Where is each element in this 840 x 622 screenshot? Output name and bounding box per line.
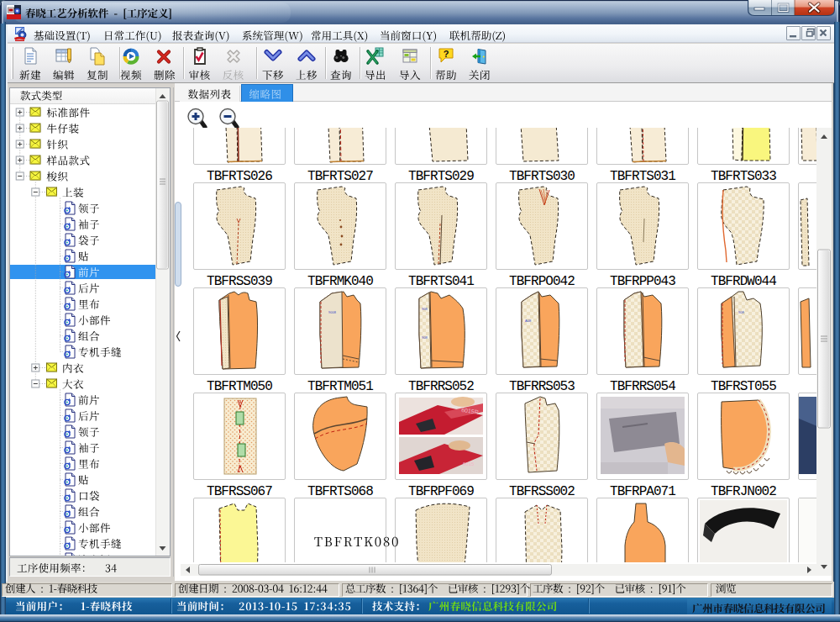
svg-text:908: 908 xyxy=(422,335,428,340)
svg-text:908: 908 xyxy=(422,307,428,311)
svg-text:6015: 6015 xyxy=(463,461,475,466)
svg-text:A08: A08 xyxy=(525,319,532,323)
svg-text:9008: 9008 xyxy=(328,310,337,314)
svg-text:908: 908 xyxy=(738,310,744,314)
svg-text:?: ? xyxy=(444,49,449,59)
